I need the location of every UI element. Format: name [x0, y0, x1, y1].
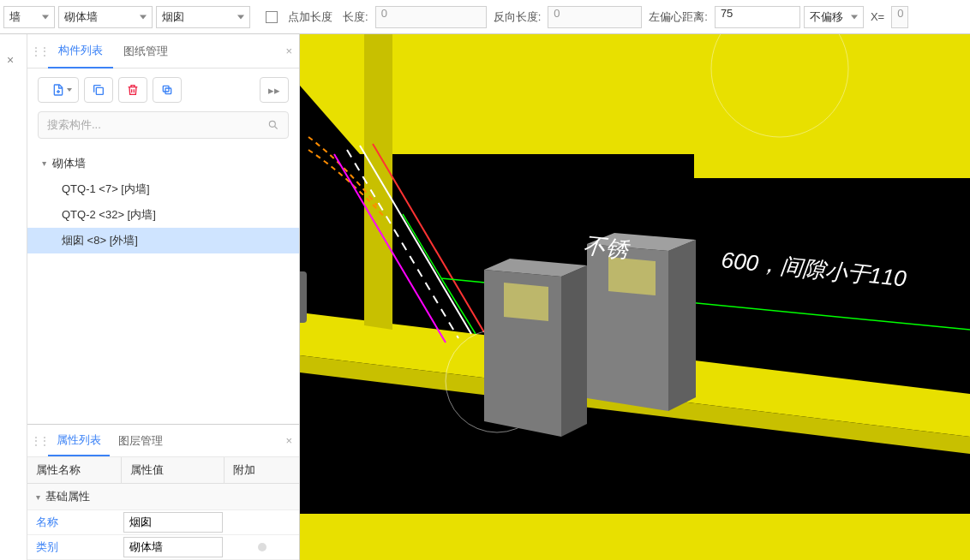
- property-panel: ⋮⋮ 属性列表 图层管理 × 属性名称 属性值 附加 基础属性 名称 类别: [27, 424, 299, 560]
- tree-item[interactable]: QTQ-2 <32> [内墙]: [27, 202, 299, 228]
- property-table-header: 属性名称 属性值 附加: [27, 457, 299, 484]
- tab-layer-manage[interactable]: 图层管理: [110, 426, 171, 456]
- extra-indicator-icon[interactable]: [258, 543, 266, 551]
- col-extra: 附加: [225, 457, 299, 483]
- svg-marker-4: [300, 34, 970, 178]
- svg-point-3: [269, 121, 275, 127]
- panel-collapse-handle[interactable]: [300, 271, 307, 323]
- search-icon: [267, 119, 279, 131]
- label-length: 长度:: [343, 9, 368, 25]
- input-left-offset[interactable]: 75: [715, 6, 800, 28]
- sidebar-tabs: ⋮⋮ 构件列表 图纸管理 ×: [27, 34, 299, 69]
- new-button[interactable]: [38, 77, 79, 103]
- trash-icon: [126, 83, 140, 97]
- label-x: X=: [871, 10, 884, 23]
- component-tree: 砌体墙 QTQ-1 <7> [内墙] QTQ-2 <32> [内墙] 烟囱 <8…: [27, 147, 299, 424]
- svg-line-13: [441, 278, 476, 334]
- svg-marker-21: [668, 240, 696, 411]
- svg-marker-23: [608, 257, 656, 295]
- sidebar-toolbar: ▸▸: [27, 69, 299, 111]
- tree-item[interactable]: 烟囱 <8> [外墙]: [27, 228, 299, 253]
- more-button[interactable]: ▸▸: [260, 77, 289, 103]
- close-icon[interactable]: ×: [285, 45, 292, 57]
- property-value-input[interactable]: [123, 512, 223, 533]
- input-reverse-length[interactable]: 0: [548, 6, 642, 28]
- checkbox-point-add-length[interactable]: [266, 11, 278, 23]
- viewport-scene: 不锈600，间隙小于110: [300, 34, 970, 560]
- property-table: 属性名称 属性值 附加 基础属性 名称 类别: [27, 457, 299, 560]
- file-plus-icon: [51, 83, 65, 97]
- input-x[interactable]: 0: [891, 6, 908, 28]
- label-point-add-length: 点加长度: [288, 9, 332, 25]
- duplicate-icon: [160, 83, 174, 97]
- duplicate-button[interactable]: [153, 77, 182, 103]
- dropdown-component[interactable]: 烟囱: [156, 6, 250, 28]
- property-name: 类别: [27, 536, 122, 558]
- svg-marker-8: [364, 34, 392, 330]
- drag-handle-icon[interactable]: ⋮⋮: [31, 45, 41, 57]
- input-length[interactable]: 0: [375, 6, 487, 28]
- left-stub-panel: ×: [0, 34, 27, 560]
- label-reverse-length: 反向长度:: [494, 9, 542, 25]
- label-left-offset: 左偏心距离:: [649, 9, 708, 25]
- close-icon[interactable]: ×: [285, 434, 292, 447]
- drag-handle-icon[interactable]: ⋮⋮: [31, 435, 41, 447]
- svg-rect-0: [96, 87, 103, 94]
- tree-group-masonry-wall[interactable]: 砌体墙: [27, 151, 299, 176]
- tree-item[interactable]: QTQ-1 <7> [内墙]: [27, 176, 299, 202]
- 3d-viewport[interactable]: 不锈600，间隙小于110: [300, 34, 970, 560]
- tab-component-list[interactable]: 构件列表: [48, 34, 113, 69]
- property-row: 类别: [27, 535, 299, 560]
- search-input[interactable]: 搜索构件...: [38, 111, 289, 139]
- property-row: 名称: [27, 510, 299, 535]
- col-value: 属性值: [122, 457, 225, 483]
- property-name: 名称: [27, 511, 122, 533]
- tab-property-list[interactable]: 属性列表: [48, 426, 110, 456]
- property-section-basic[interactable]: 基础属性: [27, 484, 299, 510]
- property-value-input[interactable]: [123, 537, 223, 557]
- svg-marker-5: [300, 514, 970, 560]
- copy-icon: [92, 83, 105, 97]
- svg-line-10: [347, 150, 458, 338]
- property-tabs: ⋮⋮ 属性列表 图层管理 ×: [27, 425, 299, 457]
- col-name: 属性名称: [27, 457, 122, 483]
- dropdown-offset-mode[interactable]: 不偏移: [804, 6, 864, 28]
- copy-button[interactable]: [84, 77, 113, 103]
- svg-marker-17: [561, 265, 587, 437]
- sidebar: ⋮⋮ 构件列表 图纸管理 × ▸▸ 搜索构件... 砌体墙: [27, 34, 300, 560]
- delete-button[interactable]: [118, 77, 147, 103]
- tab-drawing-manage[interactable]: 图纸管理: [113, 35, 178, 68]
- close-icon[interactable]: ×: [7, 53, 14, 67]
- dropdown-wall-type[interactable]: 墙: [3, 6, 55, 28]
- top-toolbar: 墙 砌体墙 烟囱 点加长度 长度: 0 反向长度: 0 左偏心距离: 75 不偏…: [0, 0, 970, 34]
- search-placeholder: 搜索构件...: [47, 117, 267, 133]
- svg-marker-19: [504, 283, 548, 321]
- dropdown-wall-category[interactable]: 砌体墙: [58, 6, 153, 28]
